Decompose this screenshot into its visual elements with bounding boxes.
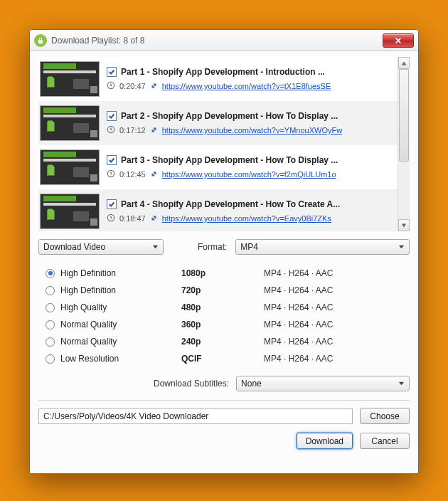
dialog-body: Part 1 - Shopify App Development - Intro… bbox=[30, 51, 418, 473]
clock-icon bbox=[107, 213, 115, 223]
clock-icon bbox=[107, 81, 115, 91]
quality-option[interactable]: Normal Quality240pMP4 · H264 · AAC bbox=[46, 333, 410, 350]
scroll-track[interactable] bbox=[398, 69, 410, 219]
save-path-field[interactable]: C:/Users/Poly/Videos/4K Video Downloader bbox=[38, 408, 353, 424]
include-checkbox[interactable] bbox=[107, 199, 117, 209]
quality-resolution: 720p bbox=[181, 285, 264, 295]
quality-radio[interactable] bbox=[46, 320, 55, 329]
video-thumbnail bbox=[40, 61, 100, 97]
link-icon bbox=[150, 170, 158, 179]
quality-format: MP4 · H264 · AAC bbox=[264, 268, 333, 278]
quality-label: Low Resolution bbox=[60, 354, 181, 364]
close-button[interactable] bbox=[383, 33, 414, 48]
video-url[interactable]: https://www.youtube.com/watch?v=Eavy0Bi7… bbox=[162, 214, 331, 223]
video-title: Part 3 - Shopify App Development - How T… bbox=[121, 155, 338, 165]
playlist-panel: Part 1 - Shopify App Development - Intro… bbox=[38, 57, 410, 232]
video-title: Part 2 - Shopify App Development - How T… bbox=[121, 111, 338, 121]
subtitles-select-value: None bbox=[241, 379, 262, 389]
chevron-down-icon bbox=[398, 379, 405, 389]
scroll-up-button[interactable] bbox=[398, 57, 410, 69]
chevron-down-icon bbox=[152, 242, 159, 252]
playlist-item[interactable]: Part 1 - Shopify App Development - Intro… bbox=[38, 57, 398, 101]
clock-icon bbox=[107, 169, 115, 179]
video-thumbnail bbox=[40, 194, 100, 229]
download-button[interactable]: Download bbox=[297, 433, 353, 449]
subtitles-select[interactable]: None bbox=[236, 376, 410, 391]
format-label: Format: bbox=[198, 242, 227, 252]
quality-option[interactable]: High Quality480pMP4 · H264 · AAC bbox=[46, 299, 410, 316]
playlist-item[interactable]: Part 4 - Shopify App Development - How T… bbox=[38, 189, 398, 231]
video-duration: 0:20:47 bbox=[119, 82, 146, 90]
quality-format: MP4 · H264 · AAC bbox=[264, 354, 333, 364]
playlist-item[interactable]: Part 2 - Shopify App Development - How T… bbox=[38, 101, 398, 145]
include-checkbox[interactable] bbox=[107, 67, 117, 77]
quality-label: Normal Quality bbox=[60, 337, 181, 347]
quality-list: High Definition1080pMP4 · H264 · AACHigh… bbox=[38, 265, 410, 370]
video-thumbnail bbox=[40, 149, 100, 185]
quality-option[interactable]: Normal Quality360pMP4 · H264 · AAC bbox=[46, 316, 410, 333]
quality-option[interactable]: High Definition1080pMP4 · H264 · AAC bbox=[46, 265, 410, 282]
quality-label: High Definition bbox=[60, 268, 181, 278]
quality-option[interactable]: Low ResolutionQCIFMP4 · H264 · AAC bbox=[46, 350, 410, 367]
video-url[interactable]: https://www.youtube.com/watch?v=f2mQiULU… bbox=[162, 170, 336, 179]
video-thumbnail bbox=[40, 105, 100, 141]
quality-radio[interactable] bbox=[46, 337, 55, 347]
link-icon bbox=[150, 82, 158, 91]
include-checkbox[interactable] bbox=[107, 155, 117, 165]
save-path-value: C:/Users/Poly/Videos/4K Video Downloader bbox=[43, 411, 208, 421]
quality-option[interactable]: High Definition720pMP4 · H264 · AAC bbox=[46, 282, 410, 299]
app-icon bbox=[34, 34, 47, 47]
link-icon bbox=[150, 214, 158, 223]
titlebar[interactable]: Download Playlist: 8 of 8 bbox=[30, 30, 418, 51]
mode-select[interactable]: Download Video bbox=[38, 239, 164, 255]
quality-label: Normal Quality bbox=[60, 320, 181, 329]
scrollbar[interactable] bbox=[398, 57, 410, 231]
quality-radio[interactable] bbox=[46, 303, 55, 312]
quality-radio[interactable] bbox=[46, 286, 55, 295]
mode-select-value: Download Video bbox=[43, 242, 105, 252]
quality-resolution: 480p bbox=[181, 302, 264, 312]
include-checkbox[interactable] bbox=[107, 111, 117, 121]
quality-label: High Quality bbox=[60, 302, 181, 312]
choose-button[interactable]: Choose bbox=[360, 408, 410, 424]
video-title: Part 1 - Shopify App Development - Intro… bbox=[121, 67, 325, 77]
quality-format: MP4 · H264 · AAC bbox=[264, 285, 333, 295]
clock-icon bbox=[107, 125, 115, 135]
video-duration: 0:17:12 bbox=[119, 126, 146, 135]
dialog-window: Download Playlist: 8 of 8 Part 1 - Shopi… bbox=[29, 29, 419, 474]
link-icon bbox=[150, 126, 158, 135]
quality-format: MP4 · H264 · AAC bbox=[264, 320, 333, 329]
video-title: Part 4 - Shopify App Development - How T… bbox=[121, 199, 340, 209]
video-duration: 0:18:47 bbox=[119, 214, 146, 223]
window-title: Download Playlist: 8 of 8 bbox=[51, 36, 144, 46]
scroll-down-button[interactable] bbox=[398, 219, 410, 231]
quality-radio[interactable] bbox=[46, 269, 55, 278]
quality-label: High Definition bbox=[60, 285, 181, 295]
quality-format: MP4 · H264 · AAC bbox=[264, 302, 333, 312]
quality-format: MP4 · H264 · AAC bbox=[264, 337, 333, 347]
video-url[interactable]: https://www.youtube.com/watch?v=YMnouXWO… bbox=[162, 126, 342, 135]
format-select[interactable]: MP4 bbox=[235, 239, 410, 255]
quality-radio[interactable] bbox=[46, 354, 55, 364]
quality-resolution: 240p bbox=[181, 337, 264, 347]
scroll-thumb[interactable] bbox=[399, 69, 409, 162]
chevron-down-icon bbox=[398, 242, 405, 252]
separator bbox=[38, 400, 410, 401]
format-select-value: MP4 bbox=[240, 242, 258, 252]
quality-resolution: QCIF bbox=[181, 354, 264, 364]
subtitles-label: Download Subtitles: bbox=[154, 379, 229, 389]
controls-panel: Download Video Format: MP4 High Definiti… bbox=[38, 232, 410, 449]
quality-resolution: 1080p bbox=[181, 268, 264, 278]
playlist-item[interactable]: Part 3 - Shopify App Development - How T… bbox=[38, 145, 398, 189]
video-duration: 0:12:45 bbox=[119, 170, 146, 179]
video-url[interactable]: https://www.youtube.com/watch?v=tX1E8fue… bbox=[162, 82, 331, 90]
quality-resolution: 360p bbox=[181, 320, 264, 329]
cancel-button[interactable]: Cancel bbox=[360, 433, 410, 449]
video-list: Part 1 - Shopify App Development - Intro… bbox=[38, 57, 398, 231]
